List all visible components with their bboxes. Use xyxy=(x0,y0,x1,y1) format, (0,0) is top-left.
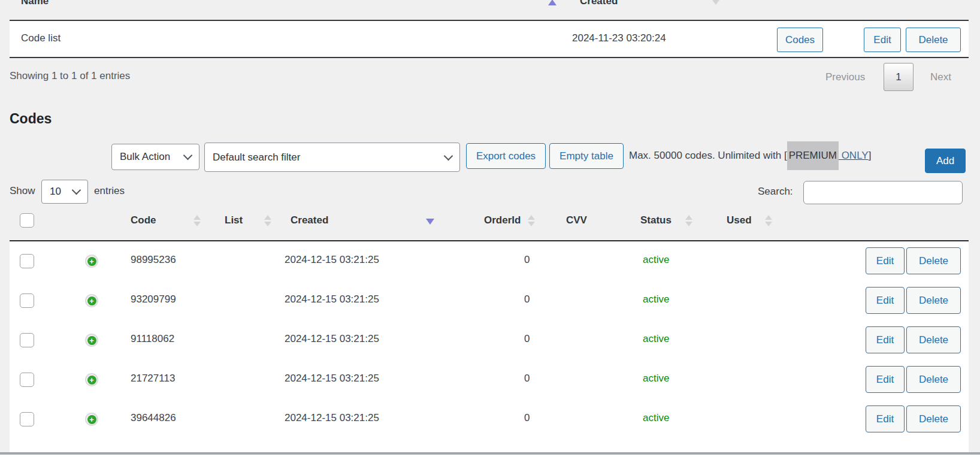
sort-header-list[interactable]: List xyxy=(225,214,271,226)
lists-column-created-label: Created xyxy=(580,0,618,7)
show-label: Show xyxy=(10,185,35,197)
created-cell: 2024-12-15 03:21:25 xyxy=(285,293,379,305)
column-code-label: Code xyxy=(131,214,156,226)
chevron-down-icon xyxy=(183,151,193,161)
sort-icons xyxy=(528,215,535,226)
delete-code-button[interactable]: Delete xyxy=(906,326,961,353)
codes-table-body: + 98995236 2024-12-15 03:21:25 0 active … xyxy=(10,241,969,452)
lists-sort-header-name[interactable]: Name xyxy=(21,0,49,7)
orderid-cell: 0 xyxy=(524,412,530,424)
page-number-button[interactable]: 1 xyxy=(884,63,914,91)
expand-row-plus-icon[interactable]: + xyxy=(85,334,98,347)
table-row: + 98995236 2024-12-15 03:21:25 0 active … xyxy=(10,241,969,281)
row-checkbox[interactable] xyxy=(20,293,34,308)
bulk-action-selected-value: Bulk Action xyxy=(120,151,170,163)
edit-code-button[interactable]: Edit xyxy=(866,326,905,353)
previous-page-button[interactable]: Previous xyxy=(825,71,865,83)
orderid-cell: 0 xyxy=(524,333,530,345)
select-all-checkbox[interactable] xyxy=(20,213,34,228)
created-cell: 2024-12-15 03:21:25 xyxy=(285,412,379,424)
orderid-cell: 0 xyxy=(524,254,530,266)
delete-code-button[interactable]: Delete xyxy=(906,287,961,314)
created-cell: 2024-12-15 03:21:25 xyxy=(285,254,379,266)
code-cell: 21727113 xyxy=(131,373,175,385)
row-checkbox[interactable] xyxy=(20,412,34,426)
expand-row-plus-icon[interactable]: + xyxy=(85,373,98,386)
table-row: + 91118062 2024-12-15 03:21:25 0 active … xyxy=(10,320,969,360)
lists-column-name-label: Name xyxy=(21,0,49,7)
code-cell: 93209799 xyxy=(131,293,176,305)
sort-asc-icon xyxy=(548,0,556,5)
code-cell: 98995236 xyxy=(131,254,176,266)
sort-header-orderid[interactable]: OrderId xyxy=(484,214,535,226)
sort-header-used[interactable]: Used xyxy=(727,214,772,226)
header-cvv[interactable]: CVV xyxy=(566,214,587,226)
column-orderid-label: OrderId xyxy=(484,214,521,226)
expand-row-plus-icon[interactable]: + xyxy=(85,294,98,307)
delete-code-button[interactable]: Delete xyxy=(906,405,961,432)
delete-code-button[interactable]: Delete xyxy=(906,247,961,274)
created-cell: 2024-12-15 03:21:25 xyxy=(285,373,379,385)
orderid-cell: 0 xyxy=(524,373,530,385)
expand-row-plus-icon[interactable]: + xyxy=(85,413,98,426)
premium-highlighted-text: PREMIUM xyxy=(787,141,839,170)
sort-icons xyxy=(264,215,271,226)
chevron-down-icon xyxy=(444,151,453,161)
empty-table-button[interactable]: Empty table xyxy=(549,143,624,169)
bottom-white-strip xyxy=(0,455,980,457)
edit-code-button[interactable]: Edit xyxy=(866,247,905,274)
table-row: + 39644826 2024-12-15 03:21:25 0 active … xyxy=(10,400,969,439)
page-length-value: 10 xyxy=(50,186,61,198)
limit-text-prefix: Max. 50000 codes. Unlimited with [ xyxy=(629,150,787,161)
table-row: + 21727113 2024-12-15 03:21:25 0 active … xyxy=(10,360,969,400)
sort-header-code[interactable]: Code xyxy=(131,214,201,226)
orderid-cell: 0 xyxy=(524,293,530,305)
sort-header-status[interactable]: Status xyxy=(640,214,692,226)
page-length-select[interactable]: 10 xyxy=(41,180,88,204)
row-checkbox[interactable] xyxy=(20,333,34,347)
edit-list-button[interactable]: Edit xyxy=(864,28,901,52)
delete-code-button[interactable]: Delete xyxy=(906,366,961,393)
edit-code-button[interactable]: Edit xyxy=(866,405,905,432)
column-list-label: List xyxy=(225,214,243,226)
status-cell: active xyxy=(643,333,669,345)
edit-code-button[interactable]: Edit xyxy=(866,287,905,314)
entries-label: entries xyxy=(94,185,125,197)
row-checkbox[interactable] xyxy=(20,373,34,387)
sort-icons xyxy=(193,215,201,226)
codes-admin-page: Name Created Code list 2024-11-23 03:20:… xyxy=(0,0,980,457)
add-code-button[interactable]: Add xyxy=(925,149,966,173)
search-filter-select[interactable]: Default search filter xyxy=(204,143,460,172)
status-cell: active xyxy=(643,254,669,266)
list-created-cell: 2024-11-23 03:20:24 xyxy=(572,32,666,44)
code-cell: 91118062 xyxy=(131,333,174,345)
row-checkbox[interactable] xyxy=(20,254,34,268)
column-cvv-label: CVV xyxy=(566,214,587,226)
chevron-down-icon xyxy=(72,186,81,195)
lists-sort-header-created[interactable]: Created xyxy=(580,0,618,7)
delete-list-button[interactable]: Delete xyxy=(906,28,961,52)
column-status-label: Status xyxy=(640,214,672,226)
sort-icons xyxy=(765,215,772,226)
status-cell: active xyxy=(643,412,669,424)
codes-section-title: Codes xyxy=(10,111,52,127)
bulk-action-select[interactable]: Bulk Action xyxy=(111,144,199,170)
premium-only-link[interactable]: PREMIUM ONLY xyxy=(787,150,869,161)
search-label: Search: xyxy=(758,186,793,198)
table-row: + 93209799 2024-12-15 03:21:25 0 active … xyxy=(10,281,969,320)
column-used-label: Used xyxy=(727,214,752,226)
created-cell: 2024-12-15 03:21:25 xyxy=(285,333,379,345)
search-input[interactable] xyxy=(803,181,963,204)
sort-header-created[interactable]: Created xyxy=(291,214,328,226)
export-codes-button[interactable]: Export codes xyxy=(466,143,546,169)
edit-code-button[interactable]: Edit xyxy=(866,366,905,393)
sort-desc-icon xyxy=(426,219,434,225)
next-page-button[interactable]: Next xyxy=(930,71,951,83)
expand-row-plus-icon[interactable]: + xyxy=(85,255,98,268)
codes-button[interactable]: Codes xyxy=(777,28,823,52)
status-cell: active xyxy=(643,293,669,305)
search-filter-selected-value: Default search filter xyxy=(213,152,300,164)
list-name-cell: Code list xyxy=(21,32,61,44)
column-created-label: Created xyxy=(291,214,328,226)
limit-text-suffix: ] xyxy=(869,150,872,161)
